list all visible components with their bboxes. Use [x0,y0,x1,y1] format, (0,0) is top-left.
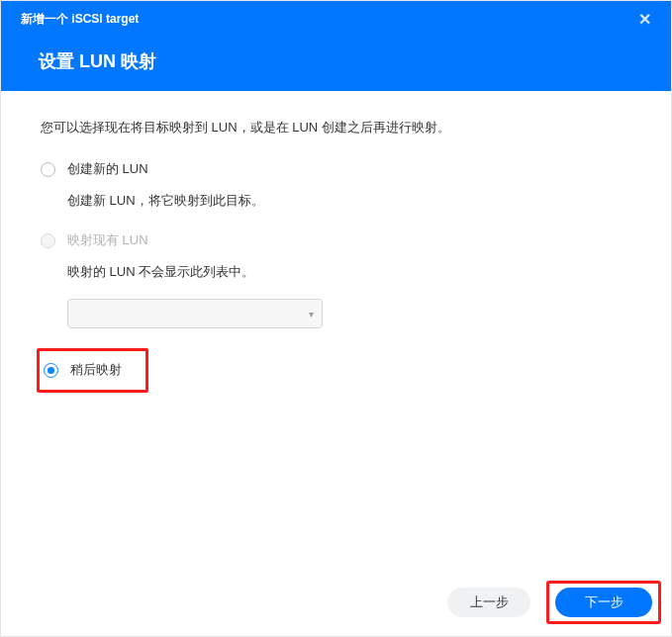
highlight-box-later: 稍后映射 [37,348,148,393]
option-create-lun: 创建新的 LUN 创建新 LUN，将它映射到此目标。 [41,156,631,210]
page-title: 设置 LUN 映射 [39,49,651,73]
intro-text: 您可以选择现在将目标映射到 LUN，或是在 LUN 创建之后再进行映射。 [41,119,631,136]
dialog-header: 新增一个 iSCSI target ✕ 设置 LUN 映射 [1,1,671,91]
option-create-lun-desc: 创建新 LUN，将它映射到此目标。 [67,192,631,210]
option-map-later-label: 稍后映射 [70,361,122,379]
chevron-down-icon: ▾ [309,309,314,319]
next-button[interactable]: 下一步 [555,588,652,617]
option-map-later: 稍后映射 [41,348,631,393]
option-existing-lun-row: 映射现有 LUN [41,228,631,253]
option-existing-lun-label: 映射现有 LUN [67,231,148,249]
back-button[interactable]: 上一步 [447,588,530,617]
existing-lun-select: ▾ [67,299,323,328]
dialog-footer: 上一步 下一步 [1,575,671,636]
dialog-content: 您可以选择现在将目标映射到 LUN，或是在 LUN 创建之后再进行映射。 创建新… [1,91,671,575]
option-existing-lun: 映射现有 LUN 映射的 LUN 不会显示此列表中。 ▾ [41,228,631,328]
radio-existing-lun [41,233,55,248]
option-map-later-row[interactable]: 稍后映射 [41,357,122,383]
close-icon[interactable]: ✕ [638,12,651,28]
option-existing-lun-desc: 映射的 LUN 不会显示此列表中。 [67,263,631,281]
option-create-lun-row[interactable]: 创建新的 LUN [41,156,631,182]
radio-map-later[interactable] [44,363,58,378]
highlight-box-next: 下一步 [546,581,661,624]
radio-create-lun[interactable] [41,162,55,177]
header-top: 新增一个 iSCSI target ✕ [21,11,651,28]
option-create-lun-label: 创建新的 LUN [67,160,148,178]
window-title: 新增一个 iSCSI target [21,11,139,28]
